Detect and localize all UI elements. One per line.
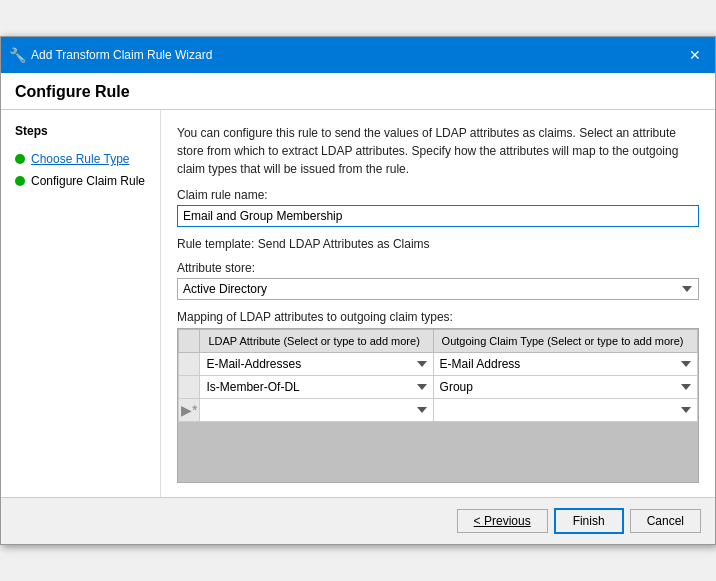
claim-type-select-2[interactable]: E-Mail Address Group: [436, 378, 695, 396]
table-row: E-Mail-Addresses Is-Member-Of-DL E-Mail …: [179, 376, 698, 399]
rule-template-text: Rule template: Send LDAP Attributes as C…: [177, 237, 430, 251]
wizard-icon: 🔧: [9, 47, 25, 63]
claim-rule-name-input[interactable]: [177, 205, 699, 227]
attribute-store-group: Attribute store: Active Directory: [177, 261, 699, 300]
col2-header: Outgoing Claim Type (Select or type to a…: [433, 330, 697, 353]
sidebar-item-configure-claim-rule: Configure Claim Rule: [1, 170, 160, 192]
ldap-attr-select-1[interactable]: E-Mail-Addresses Is-Member-Of-DL Given-N…: [202, 355, 430, 373]
attribute-store-label: Attribute store:: [177, 261, 699, 275]
sidebar-item-choose-rule-type[interactable]: Choose Rule Type: [1, 148, 160, 170]
title-bar-left: 🔧 Add Transform Claim Rule Wizard: [9, 47, 212, 63]
table-row: E-Mail-Addresses Is-Member-Of-DL Given-N…: [179, 353, 698, 376]
col1-header: LDAP Attribute (Select or type to add mo…: [200, 330, 433, 353]
wizard-window: 🔧 Add Transform Claim Rule Wizard ✕ Conf…: [0, 36, 716, 545]
claim-type-cell-3: E-Mail Address: [433, 399, 697, 422]
claim-type-select-3[interactable]: E-Mail Address: [436, 401, 695, 419]
claim-type-cell-2: E-Mail Address Group: [433, 376, 697, 399]
mapping-table: LDAP Attribute (Select or type to add mo…: [178, 329, 698, 422]
previous-button[interactable]: < Previous: [457, 509, 548, 533]
mapping-label: Mapping of LDAP attributes to outgoing c…: [177, 310, 699, 324]
attribute-store-select[interactable]: Active Directory: [177, 278, 699, 300]
title-bar: 🔧 Add Transform Claim Rule Wizard ✕: [1, 37, 715, 73]
content-area: Steps Choose Rule Type Configure Claim R…: [1, 110, 715, 497]
sidebar-item-label-choose-rule-type[interactable]: Choose Rule Type: [31, 152, 130, 166]
sidebar-item-label-configure-claim-rule: Configure Claim Rule: [31, 174, 145, 188]
mapping-table-container: LDAP Attribute (Select or type to add mo…: [177, 328, 699, 483]
header-indicator: [179, 330, 200, 353]
row-indicator-2: [179, 376, 200, 399]
finish-button[interactable]: Finish: [554, 508, 624, 534]
previous-label: < Previous: [474, 514, 531, 528]
ldap-attr-select-2[interactable]: E-Mail-Addresses Is-Member-Of-DL: [202, 378, 430, 396]
close-button[interactable]: ✕: [683, 43, 707, 67]
main-panel: You can configure this rule to send the …: [161, 110, 715, 497]
finish-label: Finish: [573, 514, 605, 528]
mapping-section: Mapping of LDAP attributes to outgoing c…: [177, 310, 699, 483]
sidebar-title: Steps: [1, 124, 160, 148]
bottom-bar: < Previous Finish Cancel: [1, 497, 715, 544]
mapping-table-header-row: LDAP Attribute (Select or type to add mo…: [179, 330, 698, 353]
rule-template-group: Rule template: Send LDAP Attributes as C…: [177, 237, 699, 251]
row-indicator-1: [179, 353, 200, 376]
row-indicator-new: ▶*: [179, 399, 200, 422]
step2-dot: [15, 176, 25, 186]
description-text: You can configure this rule to send the …: [177, 124, 699, 178]
mapping-empty-area: [178, 422, 698, 482]
claim-type-select-1[interactable]: E-Mail Address Group: [436, 355, 695, 373]
ldap-attr-cell-2: E-Mail-Addresses Is-Member-Of-DL: [200, 376, 433, 399]
ldap-attr-cell-1: E-Mail-Addresses Is-Member-Of-DL Given-N…: [200, 353, 433, 376]
table-row: ▶* E-Mail-Addresses: [179, 399, 698, 422]
cancel-button[interactable]: Cancel: [630, 509, 701, 533]
claim-type-cell-1: E-Mail Address Group: [433, 353, 697, 376]
page-title: Configure Rule: [1, 73, 715, 110]
ldap-attr-select-3[interactable]: E-Mail-Addresses: [202, 401, 430, 419]
sidebar: Steps Choose Rule Type Configure Claim R…: [1, 110, 161, 497]
ldap-attr-cell-3: E-Mail-Addresses: [200, 399, 433, 422]
window-title: Add Transform Claim Rule Wizard: [31, 48, 212, 62]
claim-rule-name-label: Claim rule name:: [177, 188, 699, 202]
cancel-label: Cancel: [647, 514, 684, 528]
step1-dot: [15, 154, 25, 164]
claim-rule-name-field-group: Claim rule name:: [177, 188, 699, 227]
window-body: Configure Rule Steps Choose Rule Type Co…: [1, 73, 715, 544]
